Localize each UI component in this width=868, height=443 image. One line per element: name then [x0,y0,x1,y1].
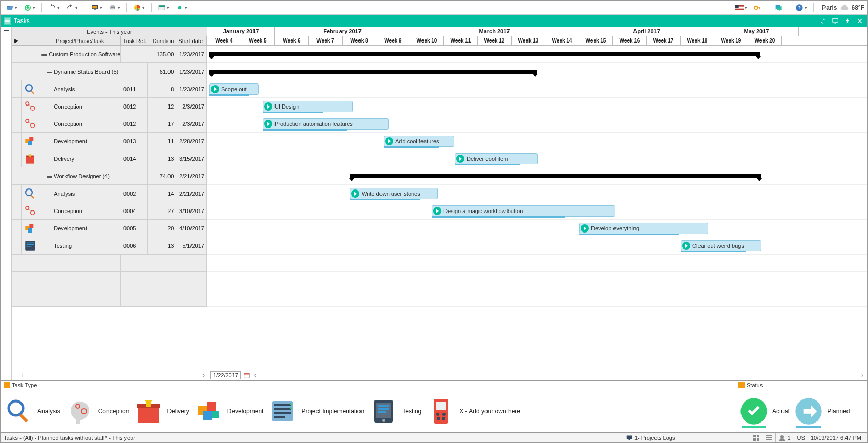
grid-row[interactable]: Analysis0002142/21/2017 [12,185,207,202]
status-view2[interactable] [763,433,775,442]
status-planned[interactable]: Planned [794,397,850,426]
gantt-prev-button[interactable]: ‹ [253,372,257,379]
help-button[interactable]: ? ▾ [793,3,809,13]
calendar-icon[interactable] [244,372,250,378]
task-bar-scope-out[interactable]: Scope out [209,83,259,95]
task-bar-write-stories[interactable]: Write down user stories [350,188,438,199]
open-button[interactable]: ▾ [4,3,19,13]
task-bar-deliver-cool[interactable]: Deliver cool item [455,153,538,164]
remove-row-button[interactable]: − [14,371,18,379]
gantt-week[interactable]: Week 8 [343,36,376,45]
gantt-week[interactable]: Week 6 [275,36,309,45]
weather-city: Paris [822,4,837,11]
task-type-custom[interactable]: X - Add your own here [427,397,520,426]
chart-button[interactable]: ▾ [131,3,147,13]
collapse-toggle[interactable] [4,30,9,31]
print-button[interactable]: ▾ [107,3,122,13]
grid-row[interactable]: Conception0004273/10/2017 [12,202,207,220]
gantt-month[interactable]: March 2017 [410,27,579,36]
grid-row[interactable]: Delivery0014133/15/2017 [12,150,207,167]
grid-row[interactable]: ▬Custom Production Software (9)135.001/2… [12,46,207,63]
sync-button[interactable] [818,17,828,25]
status-users[interactable]: 1 [775,433,793,442]
grid-row[interactable]: Analysis001181/23/2017 [12,80,207,98]
list-icon [4,382,10,388]
task-column-header[interactable]: Project/Phase/Task [39,36,121,45]
gantt-week[interactable]: Week 15 [579,36,613,45]
language-button[interactable]: ▾ [733,3,749,13]
undo-button[interactable]: ▾ [46,3,62,13]
gantt-week[interactable]: Week 13 [512,36,545,45]
gantt-week[interactable]: Week 16 [613,36,647,45]
gantt-week[interactable]: Week 7 [309,36,343,45]
close-button[interactable] [855,17,864,25]
start-date-cell: 3/15/2017 [176,150,207,167]
row-selector-header[interactable]: ▶ [12,36,22,45]
grid-row[interactable]: ▬Dynamic Status Board (5)61.001/23/2017 [12,63,207,80]
gantt-month[interactable]: May 2017 [714,27,799,36]
task-ref-cell: 0012 [121,98,148,115]
status-projects-logs[interactable]: 1- Projects Logs [623,433,678,442]
status-view1[interactable] [750,433,763,442]
task-bar-ui-design[interactable]: UI Design [263,101,353,112]
task-type-testing[interactable]: Testing [369,397,421,426]
display-button[interactable]: ▾ [89,3,104,13]
task-bar-develop-everything[interactable]: Develop everything [579,223,708,234]
redo-button[interactable]: ▾ [64,3,80,13]
gantt-week[interactable]: Week 14 [545,36,579,45]
task-bar-add-cool[interactable]: Add cool features [384,136,454,147]
close-icon [857,18,863,24]
gantt-body[interactable]: Scope out UI Design Production automatio… [207,46,867,370]
status-actual[interactable]: Actual [739,397,789,426]
grid-footer: − + › [12,370,207,380]
screen-button[interactable] [831,17,840,25]
task-type-conception[interactable]: Conception [66,397,130,426]
summary-bar[interactable] [350,174,761,178]
grid-row[interactable]: ▬Workflow Designer (4)74.002/21/2017 [12,167,207,185]
ref-column-header[interactable]: Task Ref. [121,36,147,45]
startdate-column-header[interactable]: Start date [176,36,207,45]
grid-row[interactable]: Development0005204/10/2017 [12,220,207,237]
gantt-start-date[interactable]: 1/22/2017 [210,371,241,379]
duration-column-header[interactable]: Duration [147,36,176,45]
task-bar-clear-bugs[interactable]: Clear out weird bugs [681,240,761,251]
summary-bar[interactable] [209,52,760,56]
gantt-week[interactable]: Week 11 [444,36,478,45]
grid-row[interactable]: Conception0012122/3/2017 [12,98,207,115]
gantt-month[interactable]: February 2017 [275,27,410,36]
gantt-week[interactable]: Week 9 [376,36,410,45]
gantt-week[interactable]: Week 12 [478,36,512,45]
grid-row[interactable]: Development0013112/28/2017 [12,133,207,150]
row-icon [22,133,39,150]
summary-bar[interactable] [209,70,537,74]
pin-button[interactable] [843,17,852,25]
gantt-month[interactable]: January 2017 [207,27,275,36]
grid-row[interactable]: Conception0012172/3/2017 [12,115,207,133]
gantt-week[interactable]: Week 17 [647,36,681,45]
window-button[interactable]: ▾ [156,3,172,13]
grid-row[interactable]: Testing0006135/1/2017 [12,237,207,255]
gantt-month[interactable]: April 2017 [579,27,714,36]
svg-point-54 [9,401,23,415]
scroll-right-button[interactable]: › [203,372,205,379]
gantt-week[interactable]: Week 10 [410,36,444,45]
gantt-week[interactable]: Week 4 [207,36,241,45]
task-bar-prod-auto[interactable]: Production automation features [263,118,389,130]
icon-column-header[interactable] [22,36,40,45]
gantt-week[interactable]: Week 5 [241,36,275,45]
gantt-week[interactable]: Week 18 [681,36,714,45]
task-type-delivery[interactable]: Delivery [134,397,189,426]
gantt-next-button[interactable]: › [860,372,864,379]
refresh-button[interactable]: ▾ [22,3,37,13]
chat-button[interactable] [772,3,785,13]
add-row-button[interactable]: + [21,371,25,379]
task-name-cell: Development [39,133,121,150]
task-type-project[interactable]: Project Implementation [268,397,364,426]
tool-button[interactable]: ▾ [174,3,189,13]
key-button[interactable] [751,3,764,13]
task-type-development[interactable]: Development [195,397,264,426]
task-bar-design-magic[interactable]: Design a magic workflow button [432,205,615,217]
gantt-week[interactable]: Week 19 [714,36,748,45]
gantt-week[interactable]: Week 20 [748,36,782,45]
task-type-analysis[interactable]: Analysis [5,397,60,426]
